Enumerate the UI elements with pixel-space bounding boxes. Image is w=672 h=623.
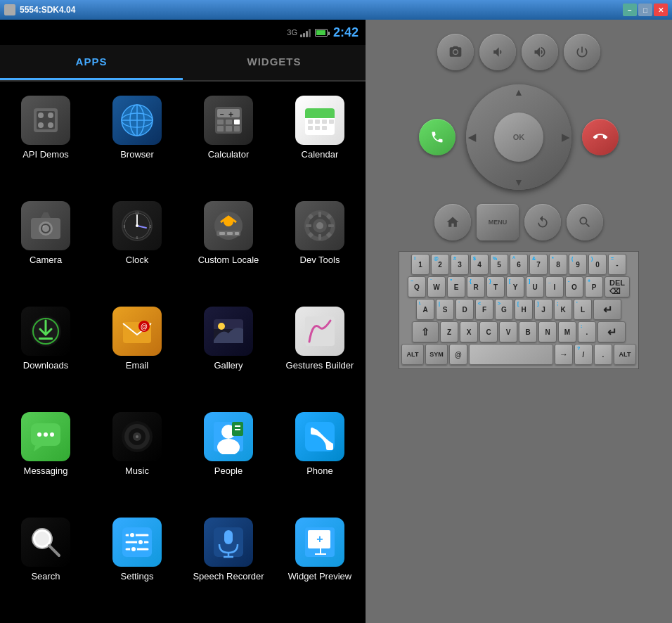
svg-rect-51 — [227, 232, 233, 235]
key-t[interactable]: }T — [486, 276, 505, 297]
call-button[interactable] — [419, 119, 455, 155]
app-item-calculator[interactable]: − + Calculator — [183, 89, 274, 194]
menu-button[interactable]: MENU — [477, 204, 519, 240]
music-icon — [112, 412, 162, 461]
app-item-speech-recorder[interactable]: Speech Recorder — [183, 510, 274, 616]
key-3[interactable]: #3 — [451, 254, 469, 275]
key-4[interactable]: $4 — [470, 254, 489, 275]
back-button[interactable] — [524, 204, 561, 240]
end-call-button[interactable] — [582, 119, 619, 155]
key-enter-2[interactable]: ↵ — [597, 321, 626, 342]
app-item-downloads[interactable]: Downloads — [0, 300, 91, 405]
key-period[interactable]: :. — [578, 321, 596, 342]
key-x[interactable]: X — [460, 321, 478, 342]
app-item-music[interactable]: Music — [91, 405, 183, 510]
dpad-up-button[interactable]: ▲ — [514, 86, 524, 98]
key-8[interactable]: *8 — [549, 254, 567, 275]
camera-button[interactable] — [437, 34, 474, 70]
key-e[interactable]: "E — [447, 276, 465, 297]
app-item-settings[interactable]: Settings — [91, 510, 183, 616]
dpad-down-button[interactable]: ▼ — [514, 176, 524, 188]
keyboard: !1 @2 #3 $4 %5 ^6 &7 *8 (9 )0 =- ~Q `W "… — [399, 251, 639, 369]
key-5[interactable]: %5 — [490, 254, 508, 275]
key-v[interactable]: V — [499, 321, 517, 342]
app-item-custom-locale[interactable]: Custom Locale — [183, 194, 274, 300]
key-arrow-right[interactable]: → — [555, 344, 573, 365]
search-icon — [21, 518, 70, 567]
key-q[interactable]: ~Q — [408, 276, 426, 297]
app-item-gestures-builder[interactable]: Gestures Builder — [274, 300, 366, 405]
minimize-button[interactable]: − — [623, 4, 637, 16]
home-button[interactable] — [434, 204, 471, 240]
tab-widgets[interactable]: WIDGETS — [183, 45, 366, 80]
key-k[interactable]: ;K — [554, 299, 572, 320]
app-item-browser[interactable]: Browser — [91, 89, 183, 194]
key-slash[interactable]: ?/ — [574, 344, 593, 365]
key-backspace[interactable]: DEL⌫ — [605, 276, 630, 297]
key-p[interactable]: +P — [585, 276, 603, 297]
volume-down-button[interactable] — [479, 34, 516, 70]
key-alt-left[interactable]: ALT — [401, 344, 424, 365]
key-z[interactable]: Z — [440, 321, 458, 342]
messaging-label: Messaging — [24, 465, 68, 477]
key-j[interactable]: ]J — [534, 299, 553, 320]
app-item-calendar[interactable]: Calendar — [274, 89, 366, 194]
key-shift[interactable]: ⇧ — [412, 321, 439, 342]
key-space[interactable] — [469, 344, 553, 365]
key-r[interactable]: {R — [467, 276, 485, 297]
key-0[interactable]: )0 — [588, 254, 607, 275]
app-item-clock[interactable]: 6 12 3 9 Clock — [91, 194, 183, 300]
dpad-left-button[interactable]: ◀ — [468, 131, 476, 143]
key-o[interactable]: -O — [565, 276, 583, 297]
close-button[interactable]: ✕ — [654, 4, 668, 16]
dpad-right-button[interactable]: ▶ — [562, 131, 569, 143]
app-item-phone[interactable]: Phone — [274, 405, 366, 510]
key-enter[interactable]: ↵ — [593, 299, 621, 320]
key-w[interactable]: `W — [427, 276, 446, 297]
app-item-dev-tools[interactable]: Dev Tools — [274, 194, 366, 300]
key-a[interactable]: \A — [416, 299, 434, 320]
key-n[interactable]: N — [538, 321, 557, 342]
key-y[interactable]: [Y — [506, 276, 524, 297]
app-item-gallery[interactable]: Gallery — [183, 300, 274, 405]
widget-preview-icon: + — [295, 518, 344, 567]
maximize-button[interactable]: □ — [638, 4, 652, 16]
key-6[interactable]: ^6 — [510, 254, 528, 275]
volume-up-button[interactable] — [522, 34, 558, 70]
app-item-people[interactable]: People — [183, 405, 274, 510]
key-7[interactable]: &7 — [529, 254, 548, 275]
key-sym[interactable]: SYM — [425, 344, 448, 365]
key-h[interactable]: [H — [515, 299, 533, 320]
key-m[interactable]: M — [558, 321, 576, 342]
power-button[interactable] — [564, 34, 600, 70]
key-s[interactable]: |S — [436, 299, 454, 320]
key-2[interactable]: @2 — [431, 254, 449, 275]
tab-apps[interactable]: APPS — [0, 45, 183, 80]
key-9[interactable]: (9 — [569, 254, 587, 275]
tabs: APPS WIDGETS — [0, 45, 366, 82]
app-item-messaging[interactable]: Messaging — [0, 405, 91, 510]
app-item-email[interactable]: @ Email — [91, 300, 183, 405]
key-u[interactable]: ]U — [526, 276, 544, 297]
key-1[interactable]: !1 — [411, 254, 429, 275]
key-d[interactable]: `D — [455, 299, 474, 320]
key-at[interactable]: @ — [449, 344, 467, 365]
search-ctrl-button[interactable] — [567, 204, 603, 240]
key-g[interactable]: >G — [495, 299, 513, 320]
email-icon: @ — [112, 307, 162, 356]
key-b[interactable]: B — [519, 321, 537, 342]
app-item-search[interactable]: Search — [0, 510, 91, 616]
key-l[interactable]: 'L — [574, 299, 592, 320]
key-f[interactable]: <F — [475, 299, 493, 320]
app-item-camera[interactable]: Camera — [0, 194, 91, 300]
key-comma[interactable]: . — [594, 344, 612, 365]
svg-point-97 — [129, 532, 135, 538]
key-i[interactable]: _I — [545, 276, 564, 297]
app-item-api-demos[interactable]: API Demos — [0, 89, 91, 194]
dpad-center-button[interactable]: OK — [494, 113, 543, 162]
key-c[interactable]: C — [479, 321, 498, 342]
svg-rect-26 — [315, 120, 320, 124]
app-item-widget-preview[interactable]: + Widget Preview — [274, 510, 366, 616]
key-minus[interactable]: =- — [608, 254, 626, 275]
key-alt-right[interactable]: ALT — [614, 344, 636, 365]
